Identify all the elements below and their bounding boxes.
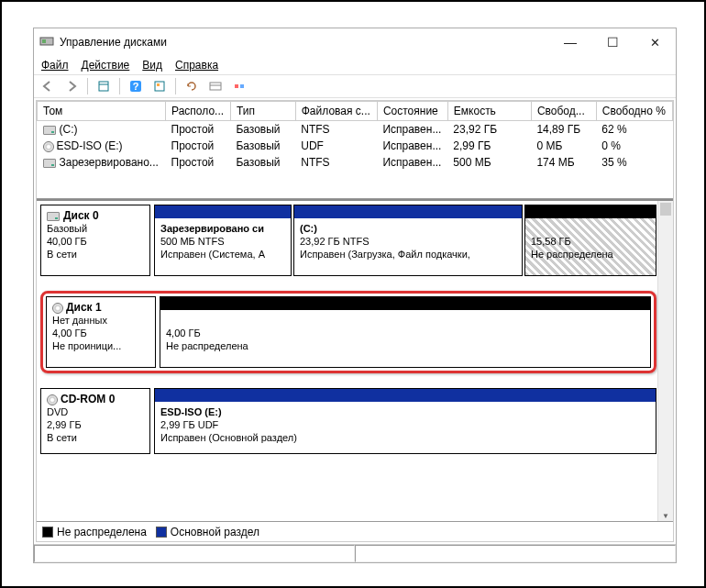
- partition[interactable]: ESD-ISO (E:)2,99 ГБ UDFИсправен (Основно…: [154, 388, 656, 454]
- col-freepct[interactable]: Свободно %: [596, 102, 672, 121]
- hdd-icon: [47, 212, 60, 221]
- menu-file[interactable]: Файл: [41, 59, 69, 72]
- col-status[interactable]: Состояние: [377, 102, 447, 121]
- close-button[interactable]: ✕: [634, 28, 676, 56]
- legend-primary: Основной раздел: [156, 526, 259, 538]
- svg-rect-8: [210, 83, 221, 90]
- refresh-button[interactable]: [182, 76, 202, 96]
- partition-unallocated[interactable]: 15,58 ГБНе распределена: [524, 205, 656, 276]
- menubar: Файл Действие Вид Справка: [34, 56, 676, 74]
- col-volume[interactable]: Том: [38, 102, 166, 121]
- hdd-icon: [43, 159, 56, 168]
- partition-bar: [155, 389, 656, 402]
- toolbar-btn-5[interactable]: [205, 76, 226, 96]
- svg-rect-2: [99, 82, 108, 91]
- volume-row[interactable]: (C:) ПростойБазовыйNTFSИсправен...23,92 …: [38, 121, 673, 139]
- disk-header[interactable]: CD-ROM 0 DVD 2,99 ГБ В сети: [40, 388, 150, 454]
- vertical-scrollbar[interactable]: ▲ ▼: [657, 201, 673, 521]
- scroll-thumb[interactable]: [660, 203, 671, 216]
- hdd-icon: [43, 126, 56, 135]
- partition[interactable]: (C:)23,92 ГБ NTFSИсправен (Загрузка, Фай…: [293, 205, 523, 276]
- disk-row-cdrom[interactable]: CD-ROM 0 DVD 2,99 ГБ В сети ESD-ISO (E:)…: [40, 388, 656, 454]
- content-area: Том Располо... Тип Файловая с... Состоян…: [36, 100, 674, 542]
- forward-button[interactable]: [61, 76, 82, 96]
- back-button[interactable]: [38, 76, 58, 96]
- col-capacity[interactable]: Емкость: [447, 102, 531, 121]
- col-layout[interactable]: Располо...: [166, 102, 231, 121]
- disk-row-1[interactable]: Диск 1 Нет данных 4,00 ГБ Не проиници...…: [40, 291, 656, 373]
- titlebar: Управление дисками — ☐ ✕: [34, 28, 676, 56]
- toolbar: ?: [34, 74, 676, 98]
- minimize-button[interactable]: —: [549, 28, 591, 56]
- legend: Не распределена Основной раздел: [37, 521, 673, 541]
- partition-bar: [155, 205, 291, 218]
- column-headers[interactable]: Том Располо... Тип Файловая с... Состоян…: [38, 102, 673, 121]
- toolbar-btn-3[interactable]: [149, 76, 170, 96]
- graphical-view: ▲ ▼ Диск 0 Базовый 40,00 ГБ В сети За: [37, 199, 673, 521]
- statusbar: [34, 544, 676, 562]
- svg-rect-1: [42, 39, 46, 43]
- partition-bar: [525, 205, 656, 218]
- menu-help[interactable]: Справка: [175, 59, 218, 72]
- legend-unallocated: Не распределена: [42, 526, 147, 538]
- help-button[interactable]: ?: [126, 76, 146, 96]
- svg-rect-11: [240, 84, 244, 88]
- disk-header[interactable]: Диск 0 Базовый 40,00 ГБ В сети: [40, 205, 150, 276]
- toolbar-btn-6[interactable]: [229, 76, 249, 96]
- svg-rect-7: [157, 83, 160, 86]
- partition-bar: [294, 205, 522, 218]
- col-type[interactable]: Тип: [230, 102, 295, 121]
- partition-bar: [160, 297, 650, 310]
- scroll-down-icon[interactable]: ▼: [658, 512, 673, 520]
- maximize-button[interactable]: ☐: [591, 28, 634, 56]
- disk-row-0[interactable]: Диск 0 Базовый 40,00 ГБ В сети Зарезерви…: [40, 205, 656, 276]
- col-fs[interactable]: Файловая с...: [295, 102, 377, 121]
- menu-view[interactable]: Вид: [142, 59, 162, 72]
- dvd-icon: [43, 141, 54, 152]
- volume-row[interactable]: Зарезервировано... ПростойБазовыйNTFSИсп…: [38, 154, 673, 171]
- partition-unallocated[interactable]: 4,00 ГБНе распределена: [160, 296, 651, 368]
- volume-row[interactable]: ESD-ISO (E:) ПростойБазовыйUDFИсправен..…: [38, 138, 673, 154]
- volume-list[interactable]: Том Располо... Тип Файловая с... Состоян…: [37, 101, 673, 199]
- dvd-icon: [47, 394, 58, 405]
- app-icon: [39, 34, 54, 51]
- menu-action[interactable]: Действие: [82, 59, 130, 72]
- partition[interactable]: Зарезервировано си500 МБ NTFSИсправен (С…: [154, 205, 292, 276]
- svg-text:?: ?: [133, 81, 139, 92]
- disk-header[interactable]: Диск 1 Нет данных 4,00 ГБ Не проиници...: [46, 296, 156, 368]
- toolbar-btn-1[interactable]: [94, 76, 114, 96]
- window-title: Управление дисками: [60, 36, 167, 49]
- disk-management-window: Управление дисками — ☐ ✕ Файл Действие В…: [33, 28, 677, 563]
- col-free[interactable]: Свобод...: [531, 102, 596, 121]
- svg-rect-10: [235, 84, 238, 88]
- disk-icon: [52, 303, 63, 314]
